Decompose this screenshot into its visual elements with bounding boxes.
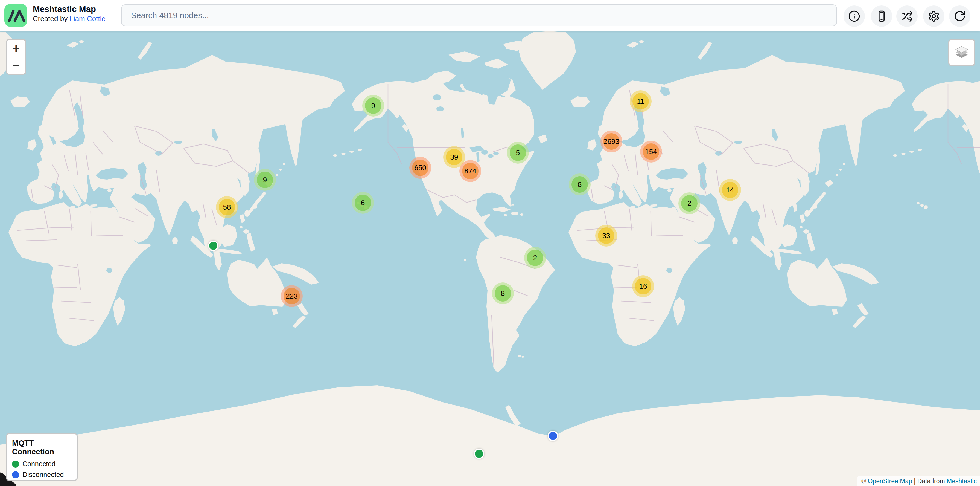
zoom-in-button[interactable]: + — [7, 40, 25, 57]
zoom-control: + − — [6, 39, 26, 75]
node-cluster[interactable]: 33 — [595, 225, 617, 247]
info-icon — [848, 10, 860, 22]
legend-label: Connected — [22, 460, 56, 468]
cluster-count: 874 — [464, 167, 476, 175]
legend-title: MQTT Connection — [12, 439, 72, 456]
info-button[interactable] — [843, 5, 865, 27]
node-cluster[interactable]: 2693 — [600, 131, 622, 153]
node-cluster[interactable]: 154 — [640, 141, 662, 163]
author-link[interactable]: Liam Cottle — [70, 14, 105, 23]
cluster-count: 2 — [687, 199, 691, 208]
node-cluster[interactable]: 16 — [632, 275, 654, 297]
page-title: Meshtastic Map — [33, 5, 105, 14]
legend-label: Disconnected — [22, 471, 64, 479]
layers-icon — [953, 44, 970, 61]
cluster-count: 154 — [645, 148, 657, 156]
cluster-count: 58 — [223, 203, 231, 212]
attribution-text: | Data from — [912, 478, 947, 484]
node-marker-connected[interactable] — [474, 448, 484, 459]
byline: Created by Liam Cottle — [33, 14, 105, 23]
legend-item-connected: Connected — [12, 460, 72, 468]
mqtt-legend: MQTT Connection Connected Disconnected — [6, 433, 78, 481]
shuffle-icon — [901, 10, 913, 22]
zoom-out-button[interactable]: − — [7, 57, 25, 73]
map-tiles — [0, 31, 980, 486]
node-cluster[interactable]: 11 — [630, 90, 652, 112]
refresh-button[interactable] — [949, 5, 970, 27]
cluster-count: 223 — [286, 292, 298, 300]
cluster-count: 2693 — [603, 137, 619, 146]
copyright-symbol: © — [861, 478, 868, 484]
node-cluster[interactable]: 9 — [362, 95, 384, 116]
node-cluster[interactable]: 8 — [569, 174, 590, 195]
mobile-icon — [875, 10, 888, 22]
node-cluster[interactable]: 8 — [492, 282, 514, 304]
cluster-count: 11 — [637, 97, 644, 106]
meshtastic-logo-icon — [5, 4, 27, 27]
cluster-count: 33 — [602, 231, 610, 240]
meshtastic-map-app: 911269315439565087498142586332168223 Mes… — [0, 0, 980, 486]
title-block: Meshtastic Map Created by Liam Cottle — [33, 5, 105, 23]
node-cluster[interactable]: 2 — [678, 192, 700, 214]
meshtastic-link[interactable]: Meshtastic — [947, 478, 977, 484]
node-marker-connected[interactable] — [208, 241, 218, 251]
cluster-count: 650 — [414, 164, 426, 172]
legend-item-disconnected: Disconnected — [12, 471, 72, 479]
node-cluster[interactable]: 874 — [460, 160, 481, 182]
world-map[interactable] — [0, 31, 980, 486]
cluster-count: 5 — [516, 148, 520, 157]
node-cluster[interactable]: 9 — [254, 169, 276, 191]
cluster-count: 2 — [533, 254, 537, 262]
search-input[interactable] — [121, 5, 837, 26]
cluster-count: 16 — [639, 282, 647, 291]
refresh-icon — [954, 10, 966, 22]
random-node-button[interactable] — [896, 5, 918, 27]
connected-dot-icon — [12, 461, 19, 468]
layers-control[interactable] — [948, 39, 975, 66]
node-cluster[interactable]: 6 — [352, 192, 374, 214]
node-cluster[interactable]: 14 — [719, 179, 741, 201]
node-cluster[interactable]: 58 — [216, 196, 238, 218]
cluster-count: 9 — [371, 102, 375, 110]
node-cluster[interactable]: 223 — [281, 285, 303, 307]
byline-prefix: Created by — [33, 14, 70, 23]
cluster-count: 8 — [501, 289, 505, 298]
node-marker-disconnected[interactable] — [548, 431, 558, 441]
disconnected-dot-icon — [12, 471, 19, 478]
node-cluster[interactable]: 650 — [409, 157, 431, 179]
openstreetmap-link[interactable]: OpenStreetMap — [868, 478, 912, 484]
settings-button[interactable] — [923, 5, 945, 27]
cluster-count: 9 — [263, 176, 267, 184]
top-bar: Meshtastic Map Created by Liam Cottle — [0, 0, 980, 31]
cluster-count: 8 — [578, 180, 582, 189]
cluster-count: 14 — [726, 186, 734, 194]
node-cluster[interactable]: 5 — [507, 142, 529, 164]
mobile-app-button[interactable] — [871, 5, 892, 27]
cluster-count: 39 — [450, 153, 458, 161]
map-attribution: © OpenStreetMap | Data from Meshtastic — [857, 476, 980, 486]
gear-icon — [928, 10, 940, 22]
cluster-count: 6 — [361, 199, 365, 207]
node-cluster[interactable]: 2 — [524, 247, 546, 269]
